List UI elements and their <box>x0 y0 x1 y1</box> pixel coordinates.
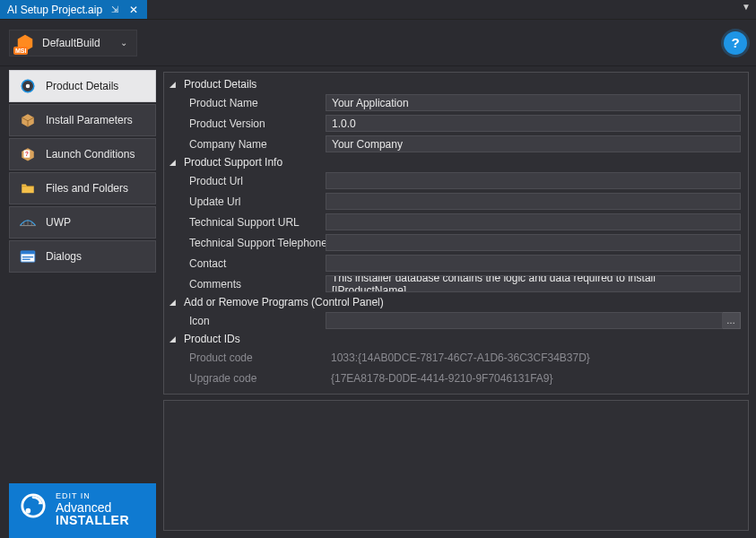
branding-line2: INSTALLER <box>56 514 129 527</box>
sidebar-item-label: Launch Conditions <box>46 148 135 161</box>
field-label: Contact <box>164 257 326 270</box>
sidebar-item-files-folders[interactable]: Files and Folders <box>9 172 156 204</box>
branding-line1: Advanced <box>56 501 129 515</box>
msi-hexagon-icon: MSI <box>15 33 35 53</box>
chevron-down-icon: ⌄ <box>120 38 127 48</box>
field-label: Product Version <box>164 117 326 130</box>
field-label: Company Name <box>164 138 326 151</box>
icon-path-input[interactable] <box>326 312 723 329</box>
product-url-input[interactable] <box>326 172 741 189</box>
comments-input[interactable]: This installer database contains the log… <box>326 275 741 292</box>
product-code-value: 1033:{14AB0DCE-7817-46C7-A1D6-36C3CF34B3… <box>326 349 741 366</box>
sidebar-item-launch-conditions[interactable]: ? Launch Conditions <box>9 138 156 170</box>
sidebar-item-uwp[interactable]: UWP <box>9 206 156 239</box>
branding-banner[interactable]: EDIT IN Advanced INSTALLER <box>9 483 156 538</box>
field-label: Product Url <box>164 175 326 187</box>
section-product-details[interactable]: ◢ Product Details <box>164 76 748 92</box>
output-panel <box>163 400 749 531</box>
document-tab-title: AI Setup Project.aip <box>7 4 102 16</box>
sidebar-item-product-details[interactable]: Product Details <box>9 70 156 102</box>
section-support-info[interactable]: ◢ Product Support Info <box>164 154 748 170</box>
svg-rect-13 <box>22 259 30 260</box>
sidebar-item-label: UWP <box>46 216 71 229</box>
sidebar-item-label: Files and Folders <box>46 182 128 195</box>
tab-overflow-icon[interactable]: ▼ <box>742 2 751 12</box>
build-config-dropdown[interactable]: MSI DefaultBuild ⌄ <box>9 30 137 56</box>
collapse-icon: ◢ <box>169 80 178 89</box>
svg-point-16 <box>26 508 31 514</box>
update-url-input[interactable] <box>326 193 741 210</box>
collapse-icon: ◢ <box>169 298 178 307</box>
field-label: Technical Support Telephone <box>164 237 326 249</box>
field-label: Product Name <box>164 97 326 109</box>
help-button[interactable]: ? <box>724 31 747 55</box>
main-area: ◢ Product Details Product Name Your Appl… <box>160 66 756 538</box>
close-icon[interactable]: ✕ <box>127 4 140 16</box>
bridge-icon <box>19 213 37 231</box>
document-tabbar: AI Setup Project.aip ⇲ ✕ ▼ <box>0 0 756 20</box>
window-icon <box>19 247 37 265</box>
collapse-icon: ◢ <box>169 334 178 343</box>
toolbar: MSI DefaultBuild ⌄ ? <box>0 20 756 66</box>
sidebar-item-label: Product Details <box>46 80 118 92</box>
pin-icon[interactable]: ⇲ <box>109 4 120 14</box>
tech-support-url-input[interactable] <box>326 213 741 230</box>
document-tab[interactable]: AI Setup Project.aip ⇲ ✕ <box>0 0 147 19</box>
sidebar-item-label: Install Parameters <box>46 114 133 126</box>
field-label: Upgrade code <box>164 372 326 385</box>
company-name-input[interactable]: Your Company <box>326 135 741 152</box>
section-product-ids[interactable]: ◢ Product IDs <box>164 331 748 347</box>
sidebar-item-dialogs[interactable]: Dialogs <box>9 240 156 273</box>
sidebar-item-install-parameters[interactable]: Install Parameters <box>9 104 156 136</box>
properties-panel: ◢ Product Details Product Name Your Appl… <box>163 72 749 395</box>
box-icon <box>19 111 37 129</box>
sidebar: Product Details Install Parameters ? Lau… <box>0 66 160 538</box>
svg-text:?: ? <box>25 151 29 157</box>
field-label: Product code <box>164 351 326 364</box>
field-label: Comments <box>164 278 326 291</box>
section-arp[interactable]: ◢ Add or Remove Programs (Control Panel) <box>164 294 748 310</box>
build-config-label: DefaultBuild <box>42 37 100 49</box>
collapse-icon: ◢ <box>169 158 178 167</box>
field-label: Technical Support URL <box>164 216 326 229</box>
ellipsis-icon: … <box>726 316 736 325</box>
field-label: Update Url <box>164 195 326 208</box>
sidebar-item-label: Dialogs <box>46 250 82 263</box>
browse-icon-button[interactable]: … <box>723 312 741 329</box>
tech-support-phone-input[interactable] <box>326 234 741 251</box>
section-title: Product IDs <box>184 333 240 345</box>
product-name-input[interactable]: Your Application <box>326 94 741 111</box>
field-label: Icon <box>164 315 326 327</box>
section-title: Add or Remove Programs (Control Panel) <box>184 296 384 308</box>
contact-input[interactable] <box>326 255 741 272</box>
svg-rect-12 <box>22 256 33 257</box>
advanced-installer-logo-icon <box>20 492 47 519</box>
upgrade-code-value: {17EA8178-D0DE-4414-9210-9F7046131FA9} <box>326 369 741 386</box>
folder-icon <box>19 179 37 197</box>
disc-icon <box>19 77 37 95</box>
product-version-input[interactable]: 1.0.0 <box>326 115 741 132</box>
section-title: Product Details <box>184 78 256 91</box>
box-question-icon: ? <box>19 145 37 163</box>
section-title: Product Support Info <box>184 156 282 169</box>
svg-point-3 <box>26 84 30 89</box>
svg-rect-11 <box>21 251 35 255</box>
